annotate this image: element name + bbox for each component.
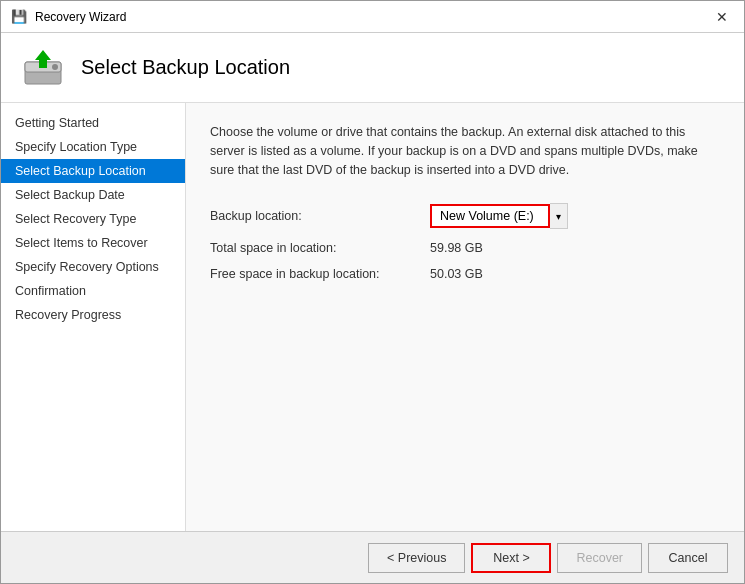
- header-icon: [21, 46, 65, 90]
- free-space-label: Free space in backup location:: [210, 267, 430, 281]
- sidebar-item-select-backup-date[interactable]: Select Backup Date: [1, 183, 185, 207]
- backup-location-row: Backup location: New Volume (E:) ▾: [210, 203, 720, 229]
- content-area: Getting Started Specify Location Type Se…: [1, 103, 744, 531]
- total-space-row: Total space in location: 59.98 GB: [210, 241, 720, 255]
- sidebar-item-specify-recovery-options[interactable]: Specify Recovery Options: [1, 255, 185, 279]
- backup-location-selected[interactable]: New Volume (E:): [430, 204, 550, 228]
- previous-button[interactable]: < Previous: [368, 543, 465, 573]
- sidebar-item-getting-started[interactable]: Getting Started: [1, 111, 185, 135]
- footer: < Previous Next > Recover Cancel: [1, 531, 744, 583]
- total-space-value: 59.98 GB: [430, 241, 483, 255]
- sidebar-item-select-items-to-recover[interactable]: Select Items to Recover: [1, 231, 185, 255]
- header-title: Select Backup Location: [81, 56, 290, 79]
- free-space-value: 50.03 GB: [430, 267, 483, 281]
- sidebar-item-select-backup-location[interactable]: Select Backup Location: [1, 159, 185, 183]
- recover-button[interactable]: Recover: [557, 543, 642, 573]
- backup-location-dropdown-container: New Volume (E:) ▾: [430, 203, 568, 229]
- sidebar-item-confirmation[interactable]: Confirmation: [1, 279, 185, 303]
- free-space-row: Free space in backup location: 50.03 GB: [210, 267, 720, 281]
- backup-icon-svg: [21, 46, 65, 90]
- svg-point-2: [52, 64, 58, 70]
- dropdown-arrow-icon[interactable]: ▾: [550, 203, 568, 229]
- next-button[interactable]: Next >: [471, 543, 551, 573]
- form-area: Backup location: New Volume (E:) ▾ Total…: [210, 203, 720, 281]
- close-button[interactable]: ✕: [710, 7, 734, 27]
- title-bar-text: Recovery Wizard: [35, 10, 126, 24]
- recovery-wizard-dialog: 💾 Recovery Wizard ✕ Select Backup Locati…: [0, 0, 745, 584]
- title-bar: 💾 Recovery Wizard ✕: [1, 1, 744, 33]
- sidebar-item-recovery-progress[interactable]: Recovery Progress: [1, 303, 185, 327]
- backup-location-label: Backup location:: [210, 209, 430, 223]
- sidebar: Getting Started Specify Location Type Se…: [1, 103, 186, 531]
- title-bar-left: 💾 Recovery Wizard: [11, 9, 126, 25]
- total-space-label: Total space in location:: [210, 241, 430, 255]
- sidebar-item-specify-location-type[interactable]: Specify Location Type: [1, 135, 185, 159]
- main-content: Choose the volume or drive that contains…: [186, 103, 744, 531]
- description-text: Choose the volume or drive that contains…: [210, 123, 720, 179]
- app-icon: 💾: [11, 9, 27, 25]
- cancel-button[interactable]: Cancel: [648, 543, 728, 573]
- dialog-header: Select Backup Location: [1, 33, 744, 103]
- sidebar-item-select-recovery-type[interactable]: Select Recovery Type: [1, 207, 185, 231]
